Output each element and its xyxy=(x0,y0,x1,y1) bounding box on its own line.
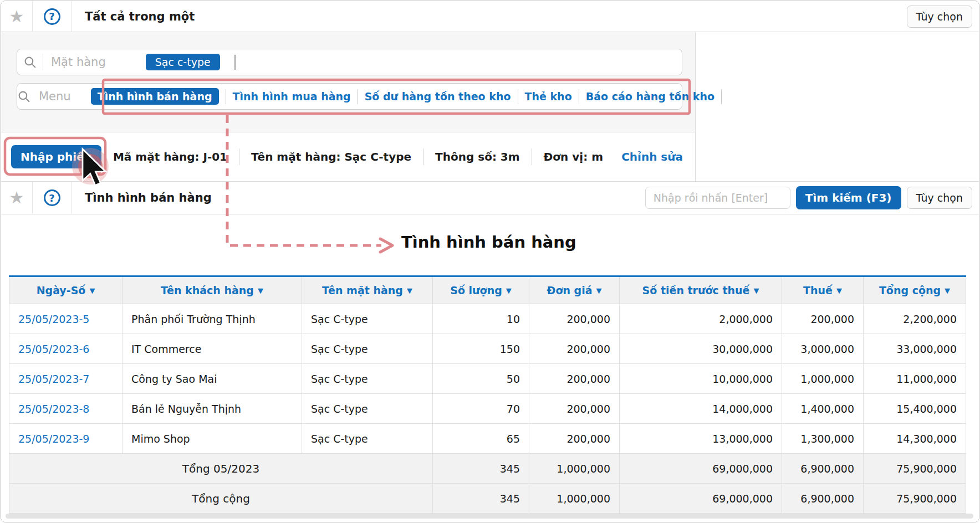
help-icon: ? xyxy=(44,8,60,25)
tax-cell: 1,400,000 xyxy=(782,394,864,424)
search-f3-button[interactable]: Tìm kiếm (F3) xyxy=(796,186,901,209)
col-header-mat-hang[interactable]: Tên mặt hàng▼ xyxy=(302,276,433,304)
tax-cell: 1,300,000 xyxy=(782,424,864,454)
qty-cell: 345 xyxy=(433,454,529,484)
price-cell: 1,000,000 xyxy=(529,454,620,484)
total-cell: 33,000,000 xyxy=(864,334,966,364)
item-code: Mã mặt hàng: J-01 xyxy=(113,150,227,163)
menu-separator xyxy=(358,89,358,104)
col-header-so-tien-truoc-thue[interactable]: Số tiền trước thuế▼ xyxy=(620,276,782,304)
item-cell: Sạc C-type xyxy=(302,394,433,424)
item-cell: Sạc C-type xyxy=(302,424,433,454)
col-header-so-luong[interactable]: Số lượng▼ xyxy=(433,276,529,304)
sort-caret-icon: ▼ xyxy=(407,286,412,295)
item-spec: Thông số: 3m xyxy=(435,150,520,163)
col-header-don-gia[interactable]: Đơn giá▼ xyxy=(529,276,620,304)
menu-separator xyxy=(721,89,722,104)
total-cell: 15,400,000 xyxy=(864,394,966,424)
item-bar: Nhập phiếu Mã mặt hàng: J-01 Tên mặt hàn… xyxy=(1,132,695,181)
options-button[interactable]: Tùy chọn xyxy=(907,187,972,209)
pretax-cell: 14,000,000 xyxy=(620,394,782,424)
pretax-cell: 13,000,000 xyxy=(620,424,782,454)
item-search-input[interactable]: Mặt hàng Sạc c-type xyxy=(17,49,682,75)
info-divider xyxy=(423,148,423,165)
pretax-cell: 2,000,000 xyxy=(620,304,782,334)
menu-item-tinh-hinh-mua-hang[interactable]: Tình hình mua hàng xyxy=(233,90,351,102)
star-icon: ★ xyxy=(9,189,24,206)
item-search-placeholder: Mặt hàng xyxy=(51,55,106,69)
table-row: 25/05/2023-6 IT Commerce Sạc C-type 150 … xyxy=(9,334,966,364)
date-link[interactable]: 25/05/2023-8 xyxy=(18,403,89,415)
edit-link[interactable]: Chỉnh sửa xyxy=(621,150,683,163)
info-divider xyxy=(532,148,532,165)
menu-item-bao-cao-hang-ton-kho[interactable]: Báo cáo hàng tồn kho xyxy=(586,90,714,102)
qty-cell: 50 xyxy=(433,364,529,394)
options-button[interactable]: Tùy chọn xyxy=(907,6,972,28)
summary-label: Tổng 05/2023 xyxy=(9,454,433,484)
search-icon xyxy=(17,90,31,104)
menu-item-the-kho[interactable]: Thẻ kho xyxy=(525,90,572,102)
pretax-cell: 69,000,000 xyxy=(620,454,782,484)
help-button[interactable]: ? xyxy=(33,182,72,214)
table-row: 25/05/2023-8 Bán lẻ Nguyễn Thịnh Sạc C-t… xyxy=(9,394,966,424)
nhap-phieu-button[interactable]: Nhập phiếu xyxy=(11,145,101,168)
info-divider xyxy=(239,148,239,165)
col-header-ngay-so[interactable]: Ngày-Số▼ xyxy=(9,276,122,304)
col-header-thue[interactable]: Thuế▼ xyxy=(782,276,864,304)
search-icon xyxy=(17,55,43,69)
help-icon: ? xyxy=(44,189,60,206)
item-cell: Sạc C-type xyxy=(302,364,433,394)
total-cell: 2,200,000 xyxy=(864,304,966,334)
tax-cell: 3,000,000 xyxy=(782,334,864,364)
sort-caret-icon: ▼ xyxy=(506,286,512,295)
item-tag[interactable]: Sạc c-type xyxy=(146,54,220,70)
sales-table: Ngày-Số▼ Tên khách hàng▼ Tên mặt hàng▼ S… xyxy=(9,275,966,514)
quick-search-input[interactable] xyxy=(645,187,790,209)
toolbar-all-in-one: ★ ? Tất cả trong một Tùy chọn xyxy=(1,1,979,32)
pretax-cell: 30,000,000 xyxy=(620,334,782,364)
qty-cell: 70 xyxy=(433,394,529,424)
total-cell: 11,000,000 xyxy=(864,364,966,394)
col-header-tong-cong[interactable]: Tổng cộng▼ xyxy=(864,276,966,304)
favorite-button[interactable]: ★ xyxy=(1,182,33,214)
summary-row-grand-total: Tổng cộng 345 1,000,000 69,000,000 6,900… xyxy=(9,484,966,514)
help-button[interactable]: ? xyxy=(33,1,72,32)
favorite-button[interactable]: ★ xyxy=(1,1,33,32)
total-cell: 75,900,000 xyxy=(864,454,966,484)
star-icon: ★ xyxy=(9,8,24,25)
text-caret xyxy=(234,55,236,70)
item-unit: Đơn vị: m xyxy=(544,150,603,163)
item-cell: Sạc C-type xyxy=(302,334,433,364)
summary-label: Tổng cộng xyxy=(9,484,433,514)
date-link[interactable]: 25/05/2023-9 xyxy=(18,433,89,445)
menu-item-tinh-hinh-ban-hang[interactable]: Tình hình bán hàng xyxy=(91,88,219,105)
date-link[interactable]: 25/05/2023-6 xyxy=(18,343,89,355)
customer-cell: Công ty Sao Mai xyxy=(122,364,302,394)
toolbar-report: ★ ? Tình hình bán hàng Tìm kiếm (F3) Tùy… xyxy=(1,181,979,214)
total-cell: 14,300,000 xyxy=(864,424,966,454)
sort-caret-icon: ▼ xyxy=(258,286,263,295)
menu-separator xyxy=(518,89,518,104)
menu-item-so-du-hang-ton[interactable]: Số dư hàng tồn theo kho xyxy=(365,90,511,102)
menu-search-input[interactable]: Menu Tình hình bán hàng Tình hình mua hà… xyxy=(17,83,682,110)
customer-cell: Mimo Shop xyxy=(122,424,302,454)
pretax-cell: 69,000,000 xyxy=(620,484,782,514)
input-divider xyxy=(43,54,43,70)
price-cell: 200,000 xyxy=(529,394,620,424)
customer-cell: Bán lẻ Nguyễn Thịnh xyxy=(122,394,302,424)
table-header-row: Ngày-Số▼ Tên khách hàng▼ Tên mặt hàng▼ S… xyxy=(9,276,966,304)
qty-cell: 10 xyxy=(433,304,529,334)
tax-cell: 1,000,000 xyxy=(782,364,864,394)
horizontal-scrollbar[interactable] xyxy=(6,514,973,519)
date-link[interactable]: 25/05/2023-7 xyxy=(18,373,89,385)
col-header-label: Số tiền trước thuế xyxy=(642,284,750,296)
menu-search-placeholder: Menu xyxy=(39,90,71,103)
sort-caret-icon: ▼ xyxy=(89,286,95,295)
col-header-khach-hang[interactable]: Tên khách hàng▼ xyxy=(122,276,302,304)
col-header-label: Số lượng xyxy=(450,284,502,296)
tax-cell: 200,000 xyxy=(782,304,864,334)
report-toolbar-title: Tình hình bán hàng xyxy=(85,191,212,204)
date-link[interactable]: 25/05/2023-5 xyxy=(18,313,89,325)
qty-cell: 345 xyxy=(433,484,529,514)
col-header-label: Đơn giá xyxy=(547,284,592,296)
